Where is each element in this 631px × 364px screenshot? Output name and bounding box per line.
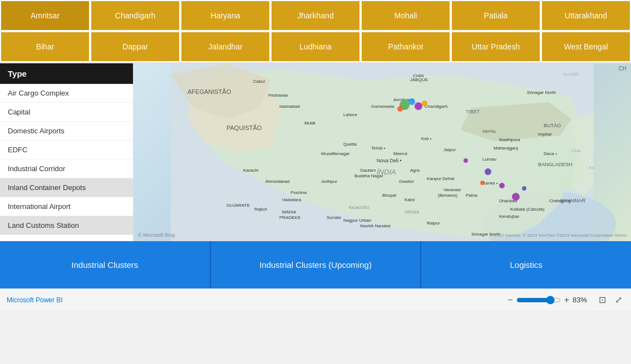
svg-text:Buddha Nagar: Buddha Nagar	[354, 173, 383, 178]
svg-text:Daca •: Daca •	[544, 151, 557, 156]
svg-text:Imphal: Imphal	[538, 132, 551, 137]
svg-text:Kolkata (Calcutá): Kolkata (Calcutá)	[510, 207, 545, 212]
bottom-tabs: Industrial ClustersIndustrial Clusters (…	[0, 241, 631, 288]
svg-text:Gurranwala: Gurranwala	[371, 104, 395, 109]
type-item-4[interactable]: Industrial Corridor	[0, 159, 133, 178]
fullscreen-button[interactable]: ⤢	[613, 293, 624, 306]
type-item-2[interactable]: Domestic Airports	[0, 122, 133, 141]
tile-row2-3[interactable]: Ludhiana	[270, 31, 361, 62]
bottom-tab-0[interactable]: Industrial Clusters	[0, 241, 211, 288]
svg-text:AFEGANISTÃO: AFEGANISTÃO	[188, 88, 231, 95]
svg-text:Gwalior: Gwalior	[399, 179, 414, 184]
svg-text:Jodhpur: Jodhpur	[321, 179, 337, 184]
map-corner-label: CH	[619, 66, 627, 72]
svg-text:Nashik Nanded: Nashik Nanded	[360, 223, 391, 228]
svg-text:Raipur: Raipur	[427, 221, 440, 226]
svg-text:RAJASTÃO: RAJASTÃO	[349, 205, 370, 210]
tile-row2-1[interactable]: Dappar	[90, 31, 180, 62]
svg-text:TIBET: TIBET	[466, 109, 480, 114]
svg-text:Patna: Patna	[466, 193, 477, 198]
svg-text:NEPAL: NEPAL	[482, 129, 497, 134]
svg-text:Surrate: Surrate	[327, 215, 342, 220]
svg-text:Gautam: Gautam	[360, 168, 376, 173]
svg-text:Nova Deli •: Nova Deli •	[377, 158, 402, 163]
main-area: Type Air Cargo ComplexCapitalDomestic Ai…	[0, 63, 631, 241]
svg-point-69	[408, 98, 415, 105]
map-area[interactable]: AFEGANISTÃO PAQUISTÃO ÍNDIA BANGLADESH M…	[134, 63, 631, 241]
type-panel: Type Air Cargo ComplexCapitalDomestic Ai…	[0, 63, 134, 241]
zoom-in-button[interactable]: +	[563, 296, 570, 305]
svg-text:Varanasi: Varanasi	[443, 187, 461, 192]
svg-text:(Benares): (Benares)	[438, 193, 457, 198]
svg-text:Chandigarh: Chandigarh	[425, 104, 447, 109]
svg-point-78	[480, 181, 485, 185]
svg-text:Ku: Ku	[589, 166, 594, 169]
svg-text:Multã: Multã	[304, 121, 316, 126]
tile-row2-5[interactable]: Uttar Pradesh	[451, 31, 541, 62]
zoom-control: − + 83%	[506, 296, 592, 305]
status-right: − + 83% ⊡ ⤢	[506, 293, 624, 306]
svg-text:Rajkot: Rajkot	[254, 207, 267, 212]
tile-row1-5[interactable]: Patiala	[451, 0, 541, 31]
fit-page-button[interactable]: ⊡	[597, 293, 608, 306]
map-background: AFEGANISTÃO PAQUISTÃO ÍNDIA BANGLADESH M…	[134, 63, 631, 241]
map-copyright: © 2023 Navinfo, © 2023 TomTom ©2023 Micr…	[490, 233, 627, 238]
status-bar: Microsoft Power BI − + 83% ⊡ ⤢	[0, 288, 631, 311]
svg-text:MADIA: MADIA	[282, 210, 297, 215]
svg-text:PAQUISTÃO: PAQUISTÃO	[226, 124, 262, 131]
tile-row1-0[interactable]: Amritsar	[0, 0, 90, 31]
svg-text:Madhipura: Madhipura	[499, 137, 520, 142]
svg-point-74	[485, 168, 491, 175]
zoom-out-button[interactable]: −	[506, 296, 514, 305]
map-watermark: © Microsoft Bing	[138, 232, 175, 238]
svg-text:Agra: Agra	[410, 168, 420, 173]
bottom-tab-1[interactable]: Industrial Clusters (Upcoming)	[211, 241, 422, 288]
svg-text:BANGLADESH: BANGLADESH	[538, 162, 573, 167]
tile-row1-6[interactable]: Uttarakhand	[541, 0, 631, 31]
tile-row1-1[interactable]: Chandigarh	[90, 0, 180, 31]
svg-text:Koli •: Koli •	[421, 136, 432, 141]
svg-point-75	[499, 183, 505, 188]
tile-row2-4[interactable]: Pathankot	[361, 31, 451, 62]
type-item-1[interactable]: Capital	[0, 103, 133, 122]
svg-text:Meerut: Meerut	[393, 151, 408, 156]
type-item-8[interactable]: Rail	[0, 235, 133, 241]
svg-text:Jaipur: Jaipur	[443, 147, 456, 152]
svg-text:Karachi: Karachi	[243, 168, 258, 173]
tile-row1-3[interactable]: Jharkhand	[270, 0, 361, 31]
svg-text:Cabul: Cabul	[253, 79, 265, 84]
svg-point-76	[512, 193, 520, 201]
type-item-0[interactable]: Air Cargo Complex	[0, 84, 133, 103]
tile-row2-6[interactable]: West Bengal	[541, 31, 631, 62]
tile-row1-2[interactable]: Haryana	[180, 0, 270, 31]
svg-text:Lurnau: Lurnau	[482, 157, 496, 162]
tile-row2-0[interactable]: Bihar	[0, 31, 90, 62]
svg-point-73	[464, 158, 468, 163]
svg-text:Quetta: Quetta	[343, 142, 357, 147]
tile-row2-2[interactable]: Jalandhar	[180, 31, 270, 62]
svg-text:Tehsil •: Tehsil •	[371, 146, 386, 151]
powerbi-link[interactable]: Microsoft Power BI	[7, 296, 63, 304]
tile-row1-4[interactable]: Mohali	[361, 0, 451, 31]
svg-text:PRADEKE: PRADEKE	[279, 215, 300, 220]
svg-text:BUTÃO: BUTÃO	[544, 123, 561, 128]
svg-text:Maharajganj: Maharajganj	[494, 146, 518, 151]
svg-text:Ahmedabad: Ahmedabad	[265, 179, 289, 184]
svg-text:Nagpur Urban: Nagpur Urban	[343, 218, 371, 223]
svg-point-70	[415, 102, 422, 110]
svg-text:Katni: Katni	[405, 197, 415, 202]
type-item-5[interactable]: Inland Container Depots	[0, 178, 133, 197]
type-list: Air Cargo ComplexCapitalDomestic Airport…	[0, 84, 133, 241]
bottom-tab-2[interactable]: Logistics	[421, 241, 631, 288]
type-item-7[interactable]: Land Customs Station	[0, 216, 133, 235]
svg-text:Islamabad: Islamabad	[279, 104, 300, 109]
type-item-6[interactable]: International Airport	[0, 197, 133, 216]
svg-point-77	[522, 186, 526, 191]
svg-text:Poshina: Poshina	[290, 190, 307, 195]
svg-text:IÚNA: IÚNA	[571, 148, 581, 153]
type-item-3[interactable]: EDFC	[0, 141, 133, 159]
zoom-slider[interactable]	[516, 296, 561, 305]
svg-text:Kanpur Dehat: Kanpur Dehat	[427, 176, 455, 181]
svg-point-72	[422, 101, 427, 106]
zoom-percent: 83%	[573, 296, 592, 304]
